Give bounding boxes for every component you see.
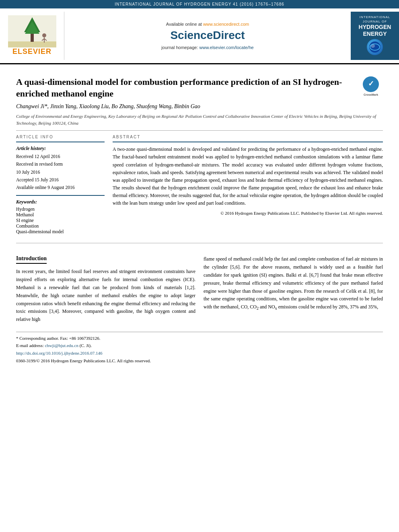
journal-logo-e: ENERGY xyxy=(359,31,391,37)
main-content: A quasi-dimensional model for combustion… xyxy=(0,64,399,372)
keyword-methanol: Methanol xyxy=(16,212,105,217)
authors: Changwei Ji*, Jinxin Yang, Xiaolong Liu,… xyxy=(16,103,383,110)
corresponding-author: * Corresponding author. Fax: +86 1067392… xyxy=(16,335,383,341)
keyword-quasi-dimensional: Quasi-dimensional model xyxy=(16,229,105,234)
accepted-date: Accepted 15 July 2016 xyxy=(16,177,105,183)
intro-title: Introduction xyxy=(16,255,47,264)
crossmark-badge: ✓ CrossMark xyxy=(359,76,383,97)
intro-left-col: Introduction In recent years, the limite… xyxy=(16,255,195,324)
journal-logo-title: INTERNATIONAL JOURNAL OF xyxy=(354,15,396,24)
introduction-section: Introduction In recent years, the limite… xyxy=(16,255,383,324)
journal-url-link[interactable]: www.elsevier.com/locate/he xyxy=(200,45,254,50)
available-online-text: Available online at www.sciencedirect.co… xyxy=(166,22,249,27)
elsevier-illustration xyxy=(8,15,56,47)
keyword-combustion: Combustion xyxy=(16,224,105,228)
available-date: Available online 9 August 2016 xyxy=(16,184,105,191)
issn-line: 0360-3199/© 2016 Hydrogen Energy Publica… xyxy=(16,358,383,364)
copyright-text: © 2016 Hydrogen Energy Publications LLC.… xyxy=(113,211,383,216)
history-label: Article history: xyxy=(16,146,105,152)
journal-logo-top: INTERNATIONAL JOURNAL OF xyxy=(360,15,390,23)
keyword-si-engine: SI engine xyxy=(16,218,105,223)
header-center: Available online at www.sciencedirect.co… xyxy=(64,12,351,60)
intro-right-col: flame speed of methanol could help the f… xyxy=(204,255,383,324)
info-divider xyxy=(16,142,105,142)
abstract-divider xyxy=(113,142,383,142)
keywords-section: Keywords: Hydrogen Methanol SI engine Co… xyxy=(16,195,105,234)
doi-link[interactable]: http://dx.doi.org/10.1016/j.ijhydene.201… xyxy=(16,351,103,355)
keywords-title: Keywords: xyxy=(16,199,105,205)
article-title-text: A quasi-dimensional model for combustion… xyxy=(16,77,342,99)
email-label: E-mail address: xyxy=(16,343,44,348)
abstract-section: ABSTRACT A two-zone quasi-dimensional mo… xyxy=(113,135,383,235)
doi-footnote: http://dx.doi.org/10.1016/j.ijhydene.201… xyxy=(16,350,383,356)
svg-point-5 xyxy=(42,33,46,37)
keywords-divider xyxy=(16,195,105,196)
intro-columns: Introduction In recent years, the limite… xyxy=(16,255,383,324)
footnote-section: * Corresponding author. Fax: +86 1067392… xyxy=(16,332,383,364)
abstract-end-divider xyxy=(16,243,383,243)
abstract-text: A two-zone quasi-dimensional model is de… xyxy=(113,146,383,207)
journal-header-bar: INTERNATIONAL JOURNAL OF HYDROGEN ENERGY… xyxy=(0,0,399,8)
available-prefix: Available online at xyxy=(166,22,202,27)
article-info-label: ARTICLE INFO xyxy=(16,135,105,139)
page-header: ELSEVIER Available online at www.science… xyxy=(0,8,399,64)
affiliation: College of Environmental and Energy Engi… xyxy=(16,113,383,126)
svg-point-9 xyxy=(369,41,380,53)
email-footnote: E-mail address: chwji@bjut.edu.cn (C. Ji… xyxy=(16,343,383,349)
title-divider xyxy=(16,130,383,131)
elsevier-logo-section: ELSEVIER xyxy=(0,12,64,60)
article-info-section: ARTICLE INFO Article history: Received 1… xyxy=(16,135,105,235)
journal-logo-circle xyxy=(367,39,383,55)
corresponding-label: * Corresponding author. xyxy=(16,336,59,341)
journal-header-text: INTERNATIONAL JOURNAL OF HYDROGEN ENERGY… xyxy=(115,2,284,6)
sciencedirect-url-link[interactable]: www.sciencedirect.com xyxy=(203,22,249,27)
journal-homepage-text: journal homepage: www.elsevier.com/locat… xyxy=(161,45,253,50)
journal-logo-h: HYDROGEN xyxy=(359,24,391,31)
fax-info: Fax: +86 1067392126. xyxy=(60,336,100,341)
intro-right-text: flame speed of methanol could help the f… xyxy=(204,255,383,312)
crossmark-circle: ✓ xyxy=(363,76,379,92)
received-date: Received 12 April 2016 xyxy=(16,153,105,160)
sciencedirect-brand: ScienceDirect xyxy=(170,29,245,42)
intro-left-text: In recent years, the limited fossil fuel… xyxy=(16,268,195,324)
abstract-label: ABSTRACT xyxy=(113,135,383,139)
article-title-container: A quasi-dimensional model for combustion… xyxy=(16,76,383,99)
article-info-abstract: ARTICLE INFO Article history: Received 1… xyxy=(16,135,383,235)
journal-logo-section: INTERNATIONAL JOURNAL OF HYDROGEN ENERGY xyxy=(351,12,399,60)
journal-homepage-prefix: journal homepage: xyxy=(161,45,198,50)
revised-date: 10 July 2016 xyxy=(16,169,105,176)
email-link[interactable]: chwji@bjut.edu.cn xyxy=(45,343,78,348)
svg-rect-1 xyxy=(8,41,56,47)
elsevier-brand-text: ELSEVIER xyxy=(12,47,51,56)
email-suffix: (C. Ji). xyxy=(80,343,92,348)
svg-text:✓: ✓ xyxy=(368,80,374,88)
keyword-hydrogen: Hydrogen xyxy=(16,207,105,212)
crossmark-label: CrossMark xyxy=(364,93,378,97)
authors-text: Changwei Ji*, Jinxin Yang, Xiaolong Liu,… xyxy=(16,103,200,109)
journal-logo-main: HYDROGEN ENERGY xyxy=(359,24,391,37)
revised-label: Received in revised form xyxy=(16,161,105,168)
